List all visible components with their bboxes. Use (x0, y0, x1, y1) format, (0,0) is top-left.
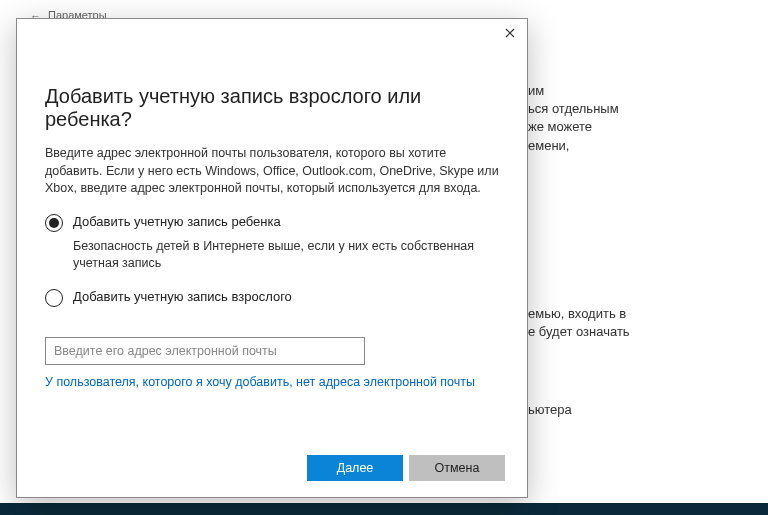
taskbar (0, 503, 768, 515)
bg-text-fragment: емени, (528, 137, 748, 155)
radio-option-adult-label: Добавить учетную запись взрослого (73, 289, 292, 304)
account-type-radio-group: Добавить учетную запись ребенка Безопасн… (45, 214, 499, 307)
no-email-link[interactable]: У пользователя, которого я хочу добавить… (45, 375, 499, 389)
next-button[interactable]: Далее (307, 455, 403, 481)
bg-text-fragment: емью, входить в (528, 305, 748, 323)
close-icon[interactable] (499, 23, 521, 43)
bg-text-fragment: е будет означать (528, 323, 748, 341)
add-account-dialog: Добавить учетную запись взрослого или ре… (16, 18, 528, 498)
bg-text-fragment: им (528, 82, 748, 100)
radio-option-adult[interactable]: Добавить учетную запись взрослого (45, 289, 499, 307)
dialog-description: Введите адрес электронной почты пользова… (45, 145, 499, 198)
bg-text-fragment: ься отдельным (528, 100, 748, 118)
radio-icon (45, 289, 63, 307)
parent-window-text: им ься отдельным же можете емени, емью, … (528, 82, 748, 419)
radio-option-child-label: Добавить учетную запись ребенка (73, 214, 281, 229)
dialog-title: Добавить учетную запись взрослого или ре… (45, 85, 499, 131)
bg-text-fragment: же можете (528, 118, 748, 136)
radio-option-child[interactable]: Добавить учетную запись ребенка (45, 214, 499, 232)
email-field[interactable] (45, 337, 365, 365)
radio-option-child-help: Безопасность детей в Интернете выше, есл… (73, 238, 499, 273)
cancel-button[interactable]: Отмена (409, 455, 505, 481)
radio-icon (45, 214, 63, 232)
dialog-button-row: Далее Отмена (307, 455, 505, 481)
bg-text-fragment: ьютера (528, 401, 748, 419)
